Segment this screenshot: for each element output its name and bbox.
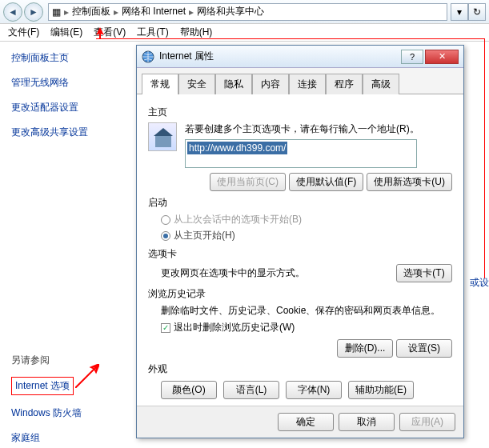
tab-connections[interactable]: 连接 — [289, 74, 326, 94]
home-icon — [148, 122, 177, 151]
menu-edit[interactable]: 编辑(E) — [50, 26, 82, 39]
tabs-desc: 更改网页在选项卡中的显示方式。 — [161, 266, 305, 280]
delete-on-exit-checkbox[interactable]: 退出时删除浏览历史记录(W) — [161, 321, 452, 334]
internet-options-link[interactable]: Internet 选项 — [11, 377, 82, 395]
use-newtab-button[interactable]: 使用新选项卡(U) — [367, 173, 452, 191]
tab-content[interactable]: 内容 — [252, 74, 289, 94]
menu-file[interactable]: 文件(F) — [8, 26, 39, 39]
sidebar-link[interactable]: 管理无线网络 — [11, 76, 108, 90]
checkbox-icon — [161, 323, 170, 333]
internet-icon — [142, 50, 154, 63]
tab-privacy[interactable]: 隐私 — [215, 74, 252, 94]
homegroup-link[interactable]: 家庭组 — [11, 431, 82, 445]
startup-home-radio[interactable]: 从主页开始(H) — [161, 229, 452, 242]
menu-tools[interactable]: 工具(T) — [137, 26, 168, 39]
tabs-section-label: 选项卡 — [148, 247, 452, 261]
nav-back-button[interactable]: ◄ — [3, 2, 22, 22]
startup-last-radio[interactable]: 从上次会话中的选项卡开始(B) — [161, 213, 452, 226]
dialog-title: Internet 属性 — [159, 50, 399, 63]
ok-button[interactable]: 确定 — [278, 413, 334, 431]
sidebar-link[interactable]: 更改适配器设置 — [11, 101, 108, 114]
dropdown-button[interactable]: ▾ — [451, 3, 468, 21]
address-bar[interactable]: ▦ ▸ 控制面板 ▸ 网络和 Internet ▸ 网络和共享中心 — [48, 3, 447, 21]
accessibility-button[interactable]: 辅助功能(E) — [348, 381, 414, 399]
tab-programs[interactable]: 程序 — [326, 74, 363, 94]
tab-advanced[interactable]: 高级 — [363, 74, 399, 94]
close-button[interactable]: ✕ — [425, 50, 459, 64]
control-panel-icon: ▦ — [52, 6, 61, 18]
homepage-url-input[interactable]: http://www.dh399.com/ — [185, 139, 417, 168]
crumb-0[interactable]: 控制面板 — [72, 5, 110, 18]
menu-help[interactable]: 帮助(H) — [180, 26, 213, 39]
tab-general[interactable]: 常规 — [142, 74, 178, 94]
refresh-button[interactable]: ↻ — [468, 3, 486, 21]
cancel-button[interactable]: 取消 — [339, 413, 395, 431]
internet-properties-dialog: Internet 属性 ? ✕ 常规 安全 隐私 内容 连接 程序 高级 主页 … — [136, 45, 464, 438]
crumb-1[interactable]: 网络和 Internet — [122, 5, 186, 18]
annotation-line — [484, 38, 485, 278]
annotation-line — [96, 38, 484, 39]
tab-security[interactable]: 安全 — [178, 74, 215, 94]
left-panel: 控制面板主页 管理无线网络 更改适配器设置 更改高级共享设置 另请参阅 Inte… — [0, 42, 108, 150]
appearance-label: 外观 — [148, 362, 452, 376]
tab-strip: 常规 安全 隐私 内容 连接 程序 高级 — [137, 68, 463, 94]
crumb-2[interactable]: 网络和共享中心 — [197, 5, 264, 18]
tabs-button[interactable]: 选项卡(T) — [396, 264, 452, 282]
see-also-header: 另请参阅 — [11, 354, 82, 367]
control-panel-home-link[interactable]: 控制面板主页 — [11, 51, 108, 65]
delete-button[interactable]: 删除(D)... — [337, 339, 393, 358]
homepage-desc: 若要创建多个主页选项卡，请在每行输入一个地址(R)。 — [185, 122, 452, 136]
history-desc: 删除临时文件、历史记录、Cookie、保存的密码和网页表单信息。 — [161, 304, 452, 318]
help-button[interactable]: ? — [401, 50, 423, 64]
nav-forward-button[interactable]: ► — [24, 2, 43, 22]
languages-button[interactable]: 语言(L) — [223, 381, 279, 399]
settings-button[interactable]: 设置(S) — [396, 339, 452, 358]
partial-text: 或设 — [470, 276, 489, 290]
fonts-button[interactable]: 字体(N) — [286, 381, 342, 399]
radio-icon — [161, 231, 170, 241]
homepage-label: 主页 — [148, 106, 452, 119]
firewall-link[interactable]: Windows 防火墙 — [11, 406, 82, 420]
history-label: 浏览历史记录 — [148, 287, 452, 301]
menu-view[interactable]: 查看(V) — [94, 26, 126, 39]
sidebar-link[interactable]: 更改高级共享设置 — [11, 126, 108, 139]
use-default-button[interactable]: 使用默认值(F) — [289, 173, 363, 191]
colors-button[interactable]: 颜色(O) — [161, 381, 217, 399]
radio-icon — [161, 215, 170, 225]
use-current-button[interactable]: 使用当前页(C) — [210, 173, 286, 191]
apply-button[interactable]: 应用(A) — [399, 413, 455, 431]
startup-label: 启动 — [148, 196, 452, 210]
